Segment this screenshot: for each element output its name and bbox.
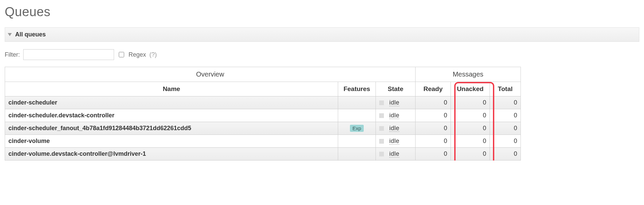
queue-features bbox=[338, 96, 376, 109]
filter-row: Filter: Regex (?) bbox=[5, 49, 639, 60]
queue-unacked: 0 bbox=[451, 148, 490, 160]
queue-state: idle bbox=[376, 135, 416, 148]
queue-ready: 0 bbox=[416, 148, 451, 160]
col-header-unacked[interactable]: Unacked bbox=[451, 82, 490, 96]
queue-total: 0 bbox=[490, 122, 521, 135]
col-header-ready[interactable]: Ready bbox=[416, 82, 451, 96]
state-text: idle bbox=[389, 138, 399, 145]
queue-ready: 0 bbox=[416, 135, 451, 148]
queue-unacked: 0 bbox=[451, 109, 490, 122]
regex-help-icon[interactable]: (?) bbox=[149, 51, 157, 58]
queue-name-link[interactable]: cinder-scheduler_fanout_4b78a1fd91284484… bbox=[5, 122, 338, 135]
queue-state: idle bbox=[376, 122, 416, 135]
col-header-state[interactable]: State bbox=[376, 82, 416, 96]
queue-features: Exp bbox=[338, 122, 376, 135]
state-indicator-icon bbox=[379, 139, 384, 144]
queue-total: 0 bbox=[490, 109, 521, 122]
queue-ready: 0 bbox=[416, 96, 451, 109]
state-text: idle bbox=[389, 112, 399, 119]
state-text: idle bbox=[389, 99, 399, 106]
col-header-name[interactable]: Name bbox=[5, 82, 338, 96]
queue-state: idle bbox=[376, 148, 416, 160]
queue-ready: 0 bbox=[416, 122, 451, 135]
col-group-messages[interactable]: Messages bbox=[416, 67, 521, 82]
queue-state: idle bbox=[376, 96, 416, 109]
table-row: cinder-scheduler.devstack-controlleridle… bbox=[5, 109, 521, 122]
queue-total: 0 bbox=[490, 135, 521, 148]
table-row: cinder-volumeidle000 bbox=[5, 135, 521, 148]
section-title: All queues bbox=[15, 31, 46, 38]
queue-features bbox=[338, 148, 376, 160]
queue-unacked: 0 bbox=[451, 96, 490, 109]
queue-total: 0 bbox=[490, 96, 521, 109]
page-title: Queues bbox=[5, 5, 639, 19]
queue-name-link[interactable]: cinder-scheduler.devstack-controller bbox=[5, 109, 338, 122]
state-indicator-icon bbox=[379, 100, 384, 105]
chevron-down-icon bbox=[8, 33, 12, 36]
table-row: cinder-volume.devstack-controller@lvmdri… bbox=[5, 148, 521, 160]
state-indicator-icon bbox=[379, 152, 384, 156]
queue-state: idle bbox=[376, 109, 416, 122]
table-row: cinder-scheduler_fanout_4b78a1fd91284484… bbox=[5, 122, 521, 135]
queue-total: 0 bbox=[490, 148, 521, 160]
state-indicator-icon bbox=[379, 126, 384, 131]
queue-name-link[interactable]: cinder-volume bbox=[5, 135, 338, 148]
state-indicator-icon bbox=[379, 113, 384, 118]
regex-checkbox[interactable] bbox=[119, 52, 124, 57]
filter-input[interactable] bbox=[23, 49, 114, 60]
state-text: idle bbox=[389, 150, 399, 157]
feature-badge: Exp bbox=[350, 125, 364, 132]
section-all-queues-toggle[interactable]: All queues bbox=[5, 27, 639, 42]
table-row: cinder-scheduleridle000 bbox=[5, 96, 521, 109]
queues-table: Overview Messages Name Features State Re… bbox=[5, 67, 521, 160]
state-text: idle bbox=[389, 125, 399, 132]
queue-name-link[interactable]: cinder-volume.devstack-controller@lvmdri… bbox=[5, 148, 338, 160]
queue-unacked: 0 bbox=[451, 122, 490, 135]
queue-features bbox=[338, 109, 376, 122]
col-header-features[interactable]: Features bbox=[338, 82, 376, 96]
queue-unacked: 0 bbox=[451, 135, 490, 148]
regex-label: Regex bbox=[129, 51, 146, 58]
queue-features bbox=[338, 135, 376, 148]
queue-ready: 0 bbox=[416, 109, 451, 122]
col-header-total[interactable]: Total bbox=[490, 82, 521, 96]
table-wrapper: Overview Messages Name Features State Re… bbox=[5, 67, 639, 160]
queue-name-link[interactable]: cinder-scheduler bbox=[5, 96, 338, 109]
filter-label: Filter: bbox=[5, 51, 20, 58]
col-group-overview[interactable]: Overview bbox=[5, 67, 416, 82]
